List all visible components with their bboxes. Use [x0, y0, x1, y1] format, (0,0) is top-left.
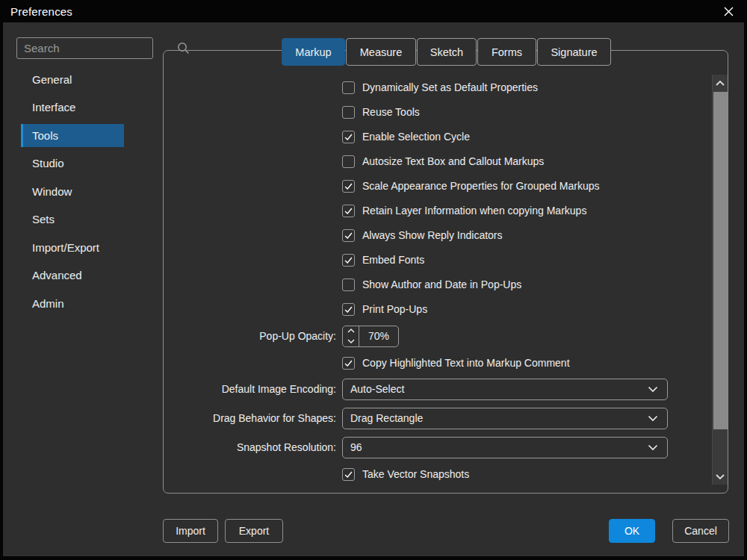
cancel-button[interactable]: Cancel [672, 519, 729, 543]
export-button[interactable]: Export [225, 519, 283, 543]
field-label: Default Image Encoding: [170, 383, 336, 395]
checkmark-icon [343, 229, 354, 242]
checkbox-unchecked[interactable] [342, 279, 355, 291]
settings-row: Default Image Encoding:Auto-Select [170, 378, 668, 400]
checkbox-label: Dynamically Set as Default Properties [362, 81, 538, 93]
field-label: Pop-Up Opacity: [170, 330, 336, 342]
scroll-down-button[interactable] [713, 468, 728, 485]
chevron-down-icon [347, 338, 356, 344]
checkmark-icon [343, 131, 354, 143]
settings-row: Drag Behavior for Shapes:Drag Rectangle [170, 407, 668, 429]
checkbox-checked[interactable] [342, 468, 355, 481]
checkbox-label: Retain Layer Information when copying Ma… [362, 205, 586, 217]
spinner-value[interactable]: 70% [359, 326, 398, 346]
checkmark-icon [343, 180, 354, 193]
field-label: Drag Behavior for Shapes: [170, 412, 336, 424]
checkbox-checked[interactable] [342, 303, 355, 316]
sidebar-item-general[interactable]: General [21, 68, 124, 91]
checkbox-checked[interactable] [342, 205, 355, 217]
window-title: Preferences [10, 5, 72, 18]
sidebar-item-admin[interactable]: Admin [21, 292, 124, 315]
scrollbar[interactable] [712, 75, 728, 485]
checkbox-label: Reuse Tools [362, 106, 420, 118]
checkbox-label: Scale Appearance Properties for Grouped … [362, 180, 600, 192]
checkbox-label: Print Pop-Ups [362, 303, 427, 315]
sidebar-item-import-export[interactable]: Import/Export [21, 236, 124, 259]
dropdown-drag-behavior-for-shapes[interactable]: Drag Rectangle [342, 408, 668, 429]
settings-row: Retain Layer Information when copying Ma… [170, 199, 586, 222]
checkbox-label: Copy Highlighted Text into Markup Commen… [362, 357, 570, 369]
import-button[interactable]: Import [163, 519, 218, 543]
settings-row: Copy Highlighted Text into Markup Commen… [170, 352, 570, 374]
scroll-up-button[interactable] [713, 75, 728, 91]
checkbox-label: Embed Fonts [362, 254, 424, 266]
checkmark-icon [343, 303, 354, 316]
chevron-up-icon [347, 328, 356, 334]
settings-row: Take Vector Snapshots [170, 463, 469, 485]
scrollbar-thumb[interactable] [713, 92, 728, 429]
sidebar-item-studio[interactable]: Studio [21, 152, 124, 175]
checkmark-icon [343, 468, 354, 481]
sidebar-item-advanced[interactable]: Advanced [21, 264, 124, 287]
spinner-arrows [343, 326, 359, 346]
checkmark-icon [343, 254, 354, 267]
checkmark-icon [343, 357, 354, 370]
sidebar-item-interface[interactable]: Interface [21, 96, 124, 119]
close-icon [723, 6, 734, 17]
checkbox-label: Enable Selection Cycle [362, 131, 470, 143]
checkbox-checked[interactable] [342, 254, 355, 267]
settings-row: Embed Fonts [170, 249, 424, 271]
settings-row: Print Pop-Ups [170, 298, 427, 320]
chevron-up-icon [715, 80, 725, 87]
field-label: Snapshot Resolution: [170, 441, 336, 453]
search-box [16, 37, 153, 59]
spinner-up-button[interactable] [343, 326, 359, 337]
tab-markup[interactable]: Markup [282, 38, 345, 66]
dropdown-value: Auto-Select [350, 383, 648, 395]
checkbox-checked[interactable] [342, 131, 355, 143]
close-button[interactable] [720, 3, 737, 19]
settings-row: Show Author and Date in Pop-Ups [170, 273, 521, 296]
checkbox-label: Take Vector Snapshots [362, 468, 469, 480]
settings-row: Reuse Tools [170, 101, 420, 123]
dropdown-value: Drag Rectangle [350, 412, 648, 424]
title-bar: Preferences [0, 0, 747, 22]
settings-row: Always Show Reply Indicators [170, 224, 503, 246]
settings-row: Enable Selection Cycle [170, 125, 470, 148]
dropdown-value: 96 [350, 441, 648, 453]
tab-forms[interactable]: Forms [477, 38, 536, 66]
checkbox-checked[interactable] [342, 357, 355, 370]
spinner-down-button[interactable] [343, 336, 359, 346]
checkbox-label: Autosize Text Box and Callout Markups [362, 155, 544, 167]
settings-row: Autosize Text Box and Callout Markups [170, 150, 544, 172]
checkbox-label: Always Show Reply Indicators [362, 229, 503, 241]
tab-measure[interactable]: Measure [346, 38, 416, 66]
ok-button[interactable]: OK [609, 519, 655, 543]
chevron-down-icon [648, 386, 658, 393]
chevron-down-icon [715, 473, 725, 480]
dropdown-snapshot-resolution[interactable]: 96 [342, 437, 668, 458]
settings-row: Snapshot Resolution:96 [170, 436, 668, 458]
settings-row: Scale Appearance Properties for Grouped … [170, 175, 600, 197]
tab-sketch[interactable]: Sketch [417, 38, 477, 66]
opacity-spinner: 70% [342, 326, 399, 347]
settings-row: Dynamically Set as Default Properties [170, 76, 538, 99]
chevron-down-icon [648, 444, 658, 451]
checkbox-unchecked[interactable] [342, 81, 355, 94]
settings-row: Pop-Up Opacity:70% [170, 325, 399, 347]
sidebar-item-window[interactable]: Window [21, 180, 124, 203]
chevron-down-icon [648, 415, 658, 422]
search-input[interactable] [17, 42, 177, 55]
checkbox-unchecked[interactable] [342, 155, 355, 168]
checkbox-label: Show Author and Date in Pop-Ups [362, 279, 521, 290]
dropdown-default-image-encoding[interactable]: Auto-Select [342, 379, 668, 400]
checkbox-unchecked[interactable] [342, 106, 355, 119]
dialog-body: GeneralInterfaceToolsStudioWindowSetsImp… [3, 22, 744, 556]
tab-signature[interactable]: Signature [537, 38, 611, 66]
checkbox-checked[interactable] [342, 229, 355, 242]
checkbox-checked[interactable] [342, 180, 355, 193]
sidebar-item-tools[interactable]: Tools [21, 124, 124, 147]
checkmark-icon [343, 205, 354, 217]
sidebar-item-sets[interactable]: Sets [21, 208, 124, 231]
